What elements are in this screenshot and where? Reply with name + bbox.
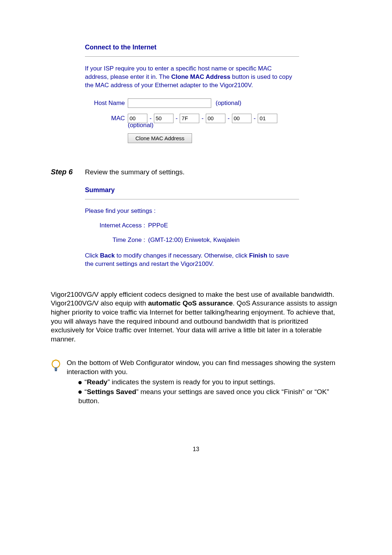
internet-access-label: Internet Access :: [51, 222, 148, 229]
host-name-label: Host Name: [85, 100, 128, 107]
bullet-icon: [78, 390, 82, 394]
connect-title: Connect to the Internet: [85, 44, 341, 51]
text: to modify changes if necessary. Otherwis…: [115, 252, 249, 259]
mac-seg-4[interactable]: [206, 114, 225, 123]
tip-text: On the bottom of Web Configurator window…: [67, 358, 341, 406]
step-number: Step 6: [51, 168, 85, 176]
host-name-row: Host Name (optional): [85, 98, 341, 108]
summary-action-note: Click Back to modify changes if necessar…: [85, 252, 294, 268]
summary-panel: Summary Please find your settings : Inte…: [51, 186, 341, 268]
clone-mac-button[interactable]: Clone MAC Address: [128, 133, 192, 143]
internet-access-row: Internet Access : PPPoE: [51, 222, 341, 229]
host-name-input[interactable]: [128, 98, 211, 108]
ready-bold: Ready: [87, 378, 107, 386]
internet-access-value: PPPoE: [148, 222, 168, 229]
connect-panel: Connect to the Internet If your ISP requ…: [51, 44, 341, 143]
tip-bullet-1: “Ready” indicates the system is ready fo…: [78, 378, 341, 387]
form-area: Host Name (optional) MAC - - - - -: [85, 98, 341, 143]
summary-intro: Please find your settings :: [85, 207, 341, 215]
back-bold: Back: [100, 252, 115, 259]
svg-rect-2: [55, 370, 57, 371]
optional-label: (optional): [216, 100, 241, 107]
time-zone-row: Time Zone : (GMT-12:00) Eniwetok, Kwajal…: [51, 236, 341, 244]
mac-seg-5[interactable]: [232, 114, 252, 123]
summary-title: Summary: [85, 186, 341, 194]
text: Click: [85, 252, 100, 259]
svg-rect-1: [55, 367, 57, 370]
bullet-icon: [78, 381, 82, 384]
text: ” indicates the system is ready for you …: [107, 378, 275, 386]
tip-list: “Ready” indicates the system is ready fo…: [78, 378, 341, 405]
clone-mac-bold: Clone MAC Address: [171, 73, 230, 80]
page-number: 13: [51, 446, 341, 453]
hyphen: -: [201, 115, 204, 122]
lightbulb-icon: [51, 359, 62, 406]
time-zone-value: (GMT-12:00) Eniwetok, Kwajalein: [148, 236, 240, 244]
hyphen: -: [228, 115, 230, 122]
step-6-heading: Step 6 Review the summary of settings.: [51, 168, 341, 176]
qos-paragraph: Vigor2100VG/V apply efficient codecs des…: [51, 290, 341, 344]
mac-seg-6[interactable]: [258, 114, 277, 123]
hyphen: -: [176, 115, 178, 122]
mac-label: MAC: [85, 115, 128, 122]
tip-bullet-2: “Settings Saved” means your settings are…: [78, 388, 341, 405]
connect-description: If your ISP require you to enter a speci…: [85, 65, 294, 90]
finish-bold: Finish: [249, 252, 267, 259]
divider: [85, 199, 299, 199]
divider: [85, 56, 299, 57]
qos-bold: automatic QoS assurance: [148, 299, 233, 307]
mac-seg-2[interactable]: [154, 114, 173, 123]
tip-block: On the bottom of Web Configurator window…: [51, 358, 341, 406]
step-description: Review the summary of settings.: [85, 168, 185, 176]
hyphen: -: [254, 115, 256, 122]
mac-seg-3[interactable]: [180, 114, 199, 123]
time-zone-label: Time Zone :: [51, 236, 148, 244]
tip-lead: On the bottom of Web Configurator window…: [67, 358, 341, 376]
settings-saved-bold: Settings Saved: [87, 388, 136, 396]
hyphen: -: [150, 115, 152, 122]
